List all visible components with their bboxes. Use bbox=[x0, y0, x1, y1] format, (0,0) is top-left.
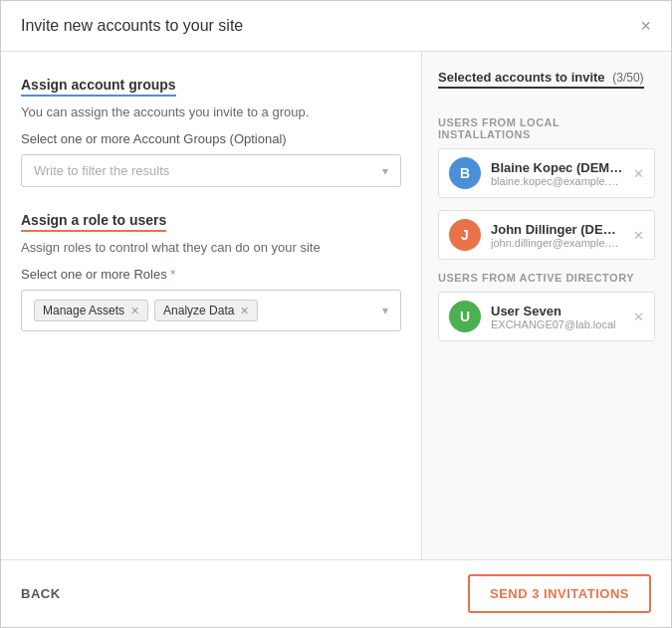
groups-dropdown[interactable]: Write to filter the results ▾ bbox=[21, 154, 401, 187]
user-item-john: J John Dillinger (DEMO) john.dillinger@e… bbox=[438, 210, 655, 260]
modal-body: Assign account groups You can assign the… bbox=[1, 52, 671, 559]
selected-header-row: Selected accounts to invite (3/50) bbox=[438, 68, 655, 103]
remove-manage-assets-button[interactable]: ✕ bbox=[130, 306, 139, 316]
user-name-seven: User Seven bbox=[491, 304, 623, 318]
modal-header: Invite new accounts to your site × bbox=[1, 1, 671, 52]
right-panel: Selected accounts to invite (3/50) USERS… bbox=[422, 52, 671, 559]
roles-dropdown-arrow-icon: ▾ bbox=[382, 304, 388, 317]
dropdown-arrow-icon: ▾ bbox=[382, 164, 388, 178]
local-installations-label: USERS FROM LOCAL INSTALLATIONS bbox=[438, 116, 655, 140]
tag-analyze-data: Analyze Data ✕ bbox=[154, 300, 258, 321]
remove-analyze-data-button[interactable]: ✕ bbox=[240, 306, 249, 316]
remove-seven-button[interactable]: ✕ bbox=[633, 310, 644, 324]
user-item-seven: U User Seven EXCHANGE07@lab.local ✕ bbox=[438, 292, 655, 341]
groups-dropdown-placeholder: Write to filter the results bbox=[34, 163, 169, 178]
user-email-seven: EXCHANGE07@lab.local bbox=[491, 318, 623, 330]
assign-groups-desc: You can assign the accounts you invite t… bbox=[21, 105, 401, 119]
left-panel: Assign account groups You can assign the… bbox=[1, 52, 422, 559]
active-directory-label: USERS FROM ACTIVE DIRECTORY bbox=[438, 272, 655, 284]
assign-roles-desc: Assign roles to control what they can do… bbox=[21, 240, 401, 255]
roles-tags-container: Manage Assets ✕ Analyze Data ✕ bbox=[34, 300, 376, 321]
avatar-blaine: B bbox=[449, 157, 481, 189]
back-button[interactable]: BACK bbox=[21, 586, 61, 601]
tag-manage-assets-label: Manage Assets bbox=[43, 304, 124, 317]
roles-tags-box[interactable]: Manage Assets ✕ Analyze Data ✕ ▾ bbox=[21, 290, 401, 331]
remove-blaine-button[interactable]: ✕ bbox=[633, 166, 644, 181]
modal-footer: BACK SEND 3 INVITATIONS bbox=[1, 559, 671, 627]
invite-modal: Invite new accounts to your site × Assig… bbox=[0, 0, 672, 628]
user-info-blaine: Blaine Kopec (DEMO) blaine.kopec@example… bbox=[491, 160, 623, 187]
user-name-blaine: Blaine Kopec (DEMO) bbox=[491, 160, 623, 175]
tag-manage-assets: Manage Assets ✕ bbox=[34, 300, 148, 321]
modal-title: Invite new accounts to your site bbox=[21, 17, 243, 35]
user-info-seven: User Seven EXCHANGE07@lab.local bbox=[491, 304, 623, 330]
user-email-blaine: blaine.kopec@example.org.in... bbox=[491, 175, 623, 187]
active-directory-section: USERS FROM ACTIVE DIRECTORY U User Seven… bbox=[438, 272, 655, 341]
avatar-seven: U bbox=[449, 301, 481, 332]
tag-analyze-data-label: Analyze Data bbox=[163, 304, 234, 317]
close-button[interactable]: × bbox=[640, 17, 651, 35]
local-installations-section: USERS FROM LOCAL INSTALLATIONS B Blaine … bbox=[438, 116, 655, 260]
user-email-john: john.dillinger@example.org.in... bbox=[491, 237, 623, 249]
assign-roles-section: Assign a role to users Assign roles to c… bbox=[21, 211, 401, 331]
remove-john-button[interactable]: ✕ bbox=[633, 228, 644, 243]
user-info-john: John Dillinger (DEMO) john.dillinger@exa… bbox=[491, 222, 623, 249]
selected-header-title: Selected accounts to invite (3/50) bbox=[438, 70, 644, 89]
avatar-john: J bbox=[449, 219, 481, 251]
roles-select-label: Select one or more Roles * bbox=[21, 267, 401, 282]
user-name-john: John Dillinger (DEMO) bbox=[491, 222, 623, 237]
user-item-blaine: B Blaine Kopec (DEMO) blaine.kopec@examp… bbox=[438, 148, 655, 198]
groups-select-label: Select one or more Account Groups (Optio… bbox=[21, 131, 401, 146]
assign-groups-title: Assign account groups bbox=[21, 77, 176, 97]
assign-groups-section: Assign account groups You can assign the… bbox=[21, 76, 401, 187]
assign-roles-title: Assign a role to users bbox=[21, 212, 166, 232]
send-invitations-button[interactable]: SEND 3 INVITATIONS bbox=[468, 574, 651, 613]
